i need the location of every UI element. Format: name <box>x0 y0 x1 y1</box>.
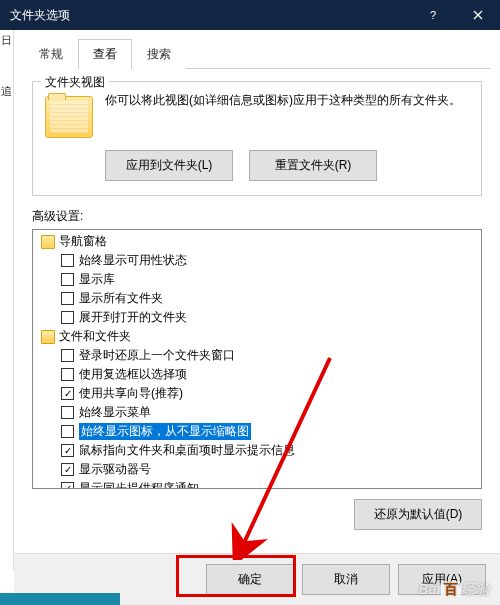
tree-item-label: 显示所有文件夹 <box>79 290 163 307</box>
reset-folders-button[interactable]: 重置文件夹(R) <box>249 150 377 181</box>
tree-item-label: 始终显示可用性状态 <box>79 252 187 269</box>
folder-view-title: 文件夹视图 <box>41 74 109 91</box>
folder-view-description: 你可以将此视图(如详细信息或图标)应用于这种类型的所有文件夹。 <box>105 92 469 109</box>
folder-mini-icon <box>41 330 55 344</box>
tree-checkbox-item[interactable]: 始终显示图标，从不显示缩略图 <box>33 422 481 441</box>
tree-item-label: 登录时还原上一个文件夹窗口 <box>79 347 235 364</box>
tree-group[interactable]: 文件和文件夹 <box>33 327 481 346</box>
tree-checkbox-item[interactable]: 使用共享向导(推荐) <box>33 384 481 403</box>
tree-checkbox-item[interactable]: 展开到打开的文件夹 <box>33 308 481 327</box>
advanced-settings-listbox[interactable]: 导航窗格始终显示可用性状态显示库显示所有文件夹展开到打开的文件夹文件和文件夹登录… <box>32 229 482 489</box>
checkbox-icon[interactable] <box>61 311 74 324</box>
folder-view-group: 文件夹视图 你可以将此视图(如详细信息或图标)应用于这种类型的所有文件夹。 应用… <box>32 81 482 196</box>
tree-checkbox-item[interactable]: 使用复选框以选择项 <box>33 365 481 384</box>
folder-mini-icon <box>41 235 55 249</box>
checkbox-icon[interactable] <box>61 444 74 457</box>
tree-item-label: 使用复选框以选择项 <box>79 366 187 383</box>
tree-checkbox-item[interactable]: 鼠标指向文件夹和桌面项时显示提示信息 <box>33 441 481 460</box>
checkbox-icon[interactable] <box>61 254 74 267</box>
tab-search[interactable]: 搜索 <box>132 39 186 69</box>
advanced-settings-label: 高级设置: <box>32 208 482 225</box>
checkbox-icon[interactable] <box>61 387 74 400</box>
tree-item-label: 展开到打开的文件夹 <box>79 309 187 326</box>
checkbox-icon[interactable] <box>61 273 74 286</box>
restore-defaults-button[interactable]: 还原为默认值(D) <box>354 499 482 530</box>
help-button[interactable]: ? <box>410 0 455 30</box>
checkbox-icon[interactable] <box>61 292 74 305</box>
tree-item-label: 导航窗格 <box>59 233 107 250</box>
ok-button[interactable]: 确定 <box>206 564 294 595</box>
tab-strip: 常规 查看 搜索 <box>24 38 490 69</box>
tree-item-label: 鼠标指向文件夹和桌面项时显示提示信息 <box>79 442 295 459</box>
tree-item-label: 文件和文件夹 <box>59 328 131 345</box>
tab-view[interactable]: 查看 <box>78 39 132 69</box>
tree-checkbox-item[interactable]: 显示驱动器号 <box>33 460 481 479</box>
dialog-body: 常规 查看 搜索 文件夹视图 你可以将此视图(如详细信息或图标)应用于这种类型的… <box>14 30 500 605</box>
checkbox-icon[interactable] <box>61 482 74 489</box>
tree-checkbox-item[interactable]: 显示同步提供程序通知 <box>33 479 481 489</box>
apply-to-folders-button[interactable]: 应用到文件夹(L) <box>105 150 233 181</box>
titlebar-controls: ? <box>410 0 500 30</box>
tree-item-label: 显示库 <box>79 271 115 288</box>
tree-item-label: 使用共享向导(推荐) <box>79 385 183 402</box>
checkbox-icon[interactable] <box>61 406 74 419</box>
tree-checkbox-item[interactable]: 始终显示菜单 <box>33 403 481 422</box>
tree-checkbox-item[interactable]: 显示所有文件夹 <box>33 289 481 308</box>
tree-item-label: 始终显示图标，从不显示缩略图 <box>79 423 251 440</box>
tree-checkbox-item[interactable]: 始终显示可用性状态 <box>33 251 481 270</box>
checkbox-icon[interactable] <box>61 349 74 362</box>
checkbox-icon[interactable] <box>61 368 74 381</box>
tree-group[interactable]: 导航窗格 <box>33 232 481 251</box>
tree-checkbox-item[interactable]: 登录时还原上一个文件夹窗口 <box>33 346 481 365</box>
background-window-strip: 日 追 <box>0 30 14 570</box>
tree-item-label: 始终显示菜单 <box>79 404 151 421</box>
window-title: 文件夹选项 <box>10 7 410 24</box>
folder-icon <box>45 96 93 138</box>
checkbox-icon[interactable] <box>61 463 74 476</box>
tab-general[interactable]: 常规 <box>24 39 78 69</box>
tree-item-label: 显示驱动器号 <box>79 461 151 478</box>
titlebar: 文件夹选项 ? <box>0 0 500 30</box>
tree-item-label: 显示同步提供程序通知 <box>79 480 199 489</box>
tree-checkbox-item[interactable]: 显示库 <box>33 270 481 289</box>
watermark: Bai百经验 <box>419 581 490 599</box>
taskbar-fragment <box>0 593 120 605</box>
tab-content: 文件夹视图 你可以将此视图(如详细信息或图标)应用于这种类型的所有文件夹。 应用… <box>14 69 500 542</box>
svg-text:?: ? <box>430 10 436 20</box>
cancel-button[interactable]: 取消 <box>302 564 390 595</box>
close-button[interactable] <box>455 0 500 30</box>
checkbox-icon[interactable] <box>61 425 74 438</box>
